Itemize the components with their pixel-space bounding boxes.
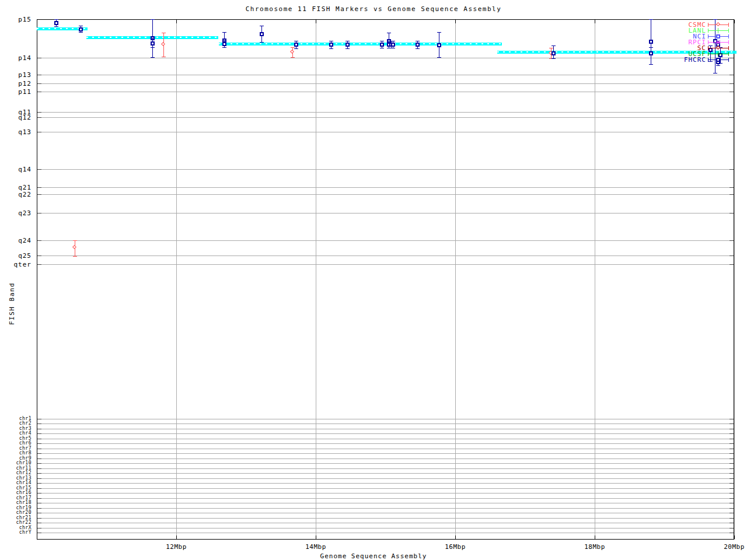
x-tick-label: 16Mbp (438, 544, 473, 550)
x-gridline (734, 19, 735, 540)
fhcrc-error-cap (416, 48, 420, 49)
legend-glyph-cap (728, 52, 729, 56)
legend-glyph-cap (728, 58, 729, 62)
legend-glyph-cap (728, 40, 729, 44)
x-tick-top (734, 20, 735, 23)
fhcrc-error-cap (329, 41, 333, 41)
fhcrc-error-cap (649, 64, 653, 65)
fhcrc-marker (391, 43, 395, 47)
band-tick-label: q13 (1, 129, 32, 135)
cyan-band-segment (219, 43, 502, 46)
fhcrc-marker (294, 43, 298, 47)
fhcrc-error-cap (716, 65, 720, 66)
fhcrc-error-cap (437, 57, 441, 58)
fhcrc-error-cap (551, 58, 556, 59)
fhcrc-marker (54, 21, 58, 25)
band-tick-label: p13 (1, 72, 32, 78)
chr-tick-label: chr2 (1, 421, 32, 426)
fhcrc-marker (151, 41, 155, 46)
x-tick-label: 14Mbp (298, 544, 333, 550)
csmc-error-cap (73, 240, 77, 241)
fhcrc-error-cap (151, 38, 155, 38)
band-tick-label: qter (1, 261, 32, 268)
band-tick-label: p12 (1, 80, 32, 87)
band-tick-label: q24 (1, 237, 32, 244)
x-tick-label: 20Mbp (717, 544, 747, 550)
fhcrc-error-cap (294, 41, 298, 41)
legend-glyph-cap (708, 52, 708, 56)
legend-glyph-cap (708, 46, 708, 50)
plot-border (37, 19, 734, 540)
csmc-error-cap (73, 256, 77, 257)
x-tick-label: 12Mbp (159, 544, 194, 550)
x-tick-bottom (734, 536, 735, 539)
legend-marker-plus (715, 51, 721, 57)
fhcrc-error-cap (708, 61, 713, 62)
fhcrc-marker (329, 43, 333, 47)
fhcrc-error-cap (391, 41, 395, 41)
chr-tick-label: chrY (1, 530, 32, 535)
fhcrc-error-cap (391, 48, 395, 48)
fhcrc-marker (260, 32, 264, 36)
csmc-error-cap (162, 57, 166, 57)
fhcrc-error-cap (151, 57, 155, 58)
fhcrc-error-cap (380, 48, 384, 48)
legend-glyph-cap (708, 29, 708, 33)
fhcrc-error-cap (79, 26, 83, 26)
legend-marker-square (716, 58, 720, 62)
legend-glyph-cap (728, 34, 729, 38)
legend-glyph-cap (728, 46, 729, 50)
fish-markers-chart: Chromosome 11 FISH Markers vs Genome Seq… (0, 0, 747, 560)
fhcrc-error-cap (551, 46, 556, 46)
chr-tick-label: chr22 (1, 520, 32, 525)
band-tick-label: q21 (1, 184, 32, 191)
band-tick-label: q14 (1, 166, 32, 173)
chr-tick-label: chr12 (1, 471, 32, 475)
chr-tick-label: chr16 (1, 491, 32, 495)
legend-glyph-cap (708, 23, 708, 27)
legend-marker-square (716, 34, 720, 38)
fhcrc-marker (551, 51, 556, 55)
fhcrc-error-cap (222, 47, 226, 48)
chr-tick-label: chr6 (1, 441, 32, 446)
fhcrc-marker (380, 43, 384, 47)
fhcrc-error-cap (222, 40, 226, 41)
chr-tick-label: chr4 (1, 431, 32, 436)
fhcrc-error-cap (79, 32, 83, 33)
band-tick-label: q25 (1, 253, 32, 259)
fhcrc-error-cap (329, 48, 333, 49)
fhcrc-error-cap (437, 32, 441, 33)
csmc-error-cap (291, 57, 295, 58)
legend-glyph-cap (708, 58, 708, 62)
fhcrc-marker (345, 43, 350, 47)
chr-tick-label: chr8 (1, 451, 32, 456)
fhcrc-marker (416, 43, 420, 47)
fhcrc-error-cap (222, 32, 226, 33)
fhcrc-error-cap (416, 41, 420, 41)
chr-tick-label: chr14 (1, 481, 32, 485)
band-tick-label: q22 (1, 191, 32, 198)
fhcrc-error-cap (387, 33, 391, 33)
band-tick-label: p14 (1, 55, 32, 61)
fhcrc-error-cap (345, 41, 350, 41)
chr-tick-label: chr18 (1, 501, 32, 505)
legend-glyph-cap (708, 34, 708, 38)
fhcrc-error-cap (260, 42, 264, 43)
fhcrc-error-cap (54, 19, 58, 20)
fhcrc-error-cap (151, 19, 155, 20)
fhcrc-error-cap (345, 48, 350, 49)
fhcrc-error-cap (713, 19, 717, 20)
fhcrc-error-cap (380, 41, 384, 41)
fhcrc-marker (437, 43, 441, 47)
legend-glyph-cap (728, 23, 729, 27)
chr-tick-label: chr20 (1, 510, 32, 515)
band-tick-label: q12 (1, 114, 32, 121)
x-tick-label: 18Mbp (577, 544, 612, 550)
fhcrc-error-cap (708, 46, 713, 46)
fhcrc-marker (79, 27, 83, 32)
legend-glyph-cap (728, 29, 729, 33)
legend-glyph-cap (708, 40, 708, 44)
plot-area: p15p14p13p12p11q11q12q13q14q21q22q23q24q… (0, 0, 747, 560)
legend-label-fhcrc: FHCRC (642, 57, 706, 63)
band-tick-label: p11 (1, 89, 32, 95)
